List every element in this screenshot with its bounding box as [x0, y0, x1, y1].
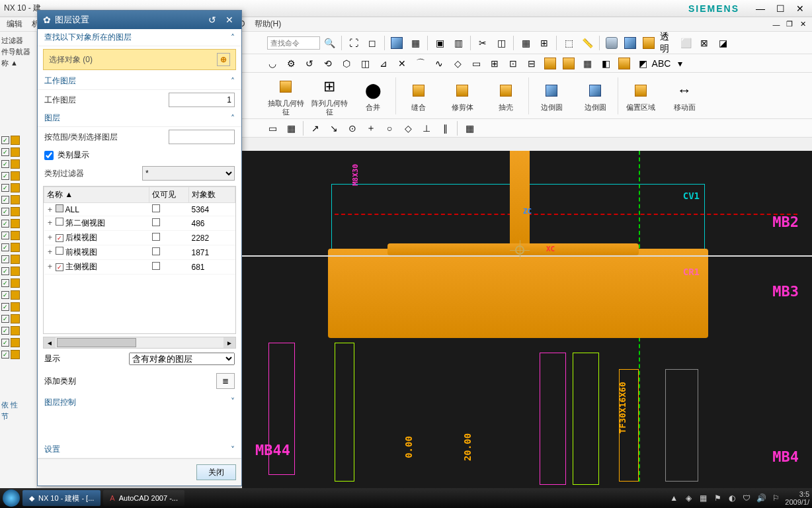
sk15-icon[interactable]: ⊟	[524, 56, 540, 71]
minimize-button[interactable]: —	[752, 3, 768, 15]
t1-icon[interactable]	[604, 35, 620, 51]
snap-icon[interactable]: ⊞	[536, 35, 552, 51]
section-layers[interactable]: 图层 ˄	[38, 110, 241, 127]
dialog-reset-button[interactable]: ↺	[206, 13, 219, 26]
cad-viewport[interactable]: CV1 CR1 MB2 MB3 MB4 MB44 XC ZC 0.00 20.0…	[242, 151, 812, 488]
start-button[interactable]	[3, 489, 20, 507]
sk23-icon[interactable]: ▾	[672, 56, 688, 71]
row-checkbox[interactable]	[56, 263, 63, 271]
section-find[interactable]: 查找以下对象所在的图层 ˄	[38, 29, 241, 46]
tree-item[interactable]: ✓	[1, 170, 35, 182]
tray-icon[interactable]: ▦	[698, 493, 708, 503]
shade-icon[interactable]: ▦	[407, 35, 423, 51]
sk20-icon[interactable]	[616, 56, 632, 71]
search-input[interactable]	[267, 36, 320, 50]
tree-item[interactable]: ✓	[1, 182, 35, 194]
sk5-icon[interactable]: ⬡	[339, 56, 354, 71]
category-filter-select[interactable]: *	[142, 166, 235, 181]
sk2-icon[interactable]: ⚙	[283, 56, 299, 71]
sk3-icon[interactable]: ↺	[302, 56, 317, 71]
sk17-icon[interactable]	[561, 56, 577, 71]
tree-item[interactable]: ✓	[1, 206, 35, 218]
tree-item[interactable]: ✓	[1, 134, 35, 146]
table-row[interactable]: + 后模视图2282	[44, 231, 235, 245]
visible-checkbox[interactable]	[152, 218, 160, 226]
sk11-icon[interactable]: ◇	[450, 56, 466, 71]
target-icon[interactable]: ⊕	[217, 53, 230, 66]
select-object-field[interactable]: 选择对象 (0) ⊕	[43, 49, 236, 70]
table-hscrollbar[interactable]: ◄ ►	[43, 337, 236, 349]
sk10-icon[interactable]: ∿	[431, 56, 447, 71]
t5-icon[interactable]: ⬜	[678, 35, 694, 51]
row-checkbox[interactable]	[56, 218, 63, 226]
layer2-icon[interactable]: ▥	[450, 35, 466, 51]
col-count[interactable]: 对象数	[189, 187, 235, 203]
tray-icon[interactable]: ▲	[669, 493, 679, 503]
layer-icon[interactable]: ▣	[432, 35, 448, 51]
tray-icon[interactable]: ◐	[727, 493, 737, 503]
tree-item[interactable]: ✓	[1, 158, 35, 170]
grid-icon[interactable]: ▦	[518, 35, 534, 51]
sk19-icon[interactable]: ◧	[598, 56, 614, 71]
rib-blend1[interactable]: 边倒圆	[530, 74, 573, 118]
t2-icon[interactable]	[622, 35, 638, 51]
expander-icon[interactable]: +	[47, 247, 54, 257]
section-settings[interactable]: 设置 ˅	[38, 441, 241, 458]
sel8-icon[interactable]: ◇	[400, 120, 416, 136]
rib-unite[interactable]: ⬤合并	[352, 74, 394, 118]
tree-item[interactable]: ✓	[1, 241, 35, 253]
layer-control-link[interactable]: 图层控制 ˅	[38, 393, 241, 412]
dialog-titlebar[interactable]: ✿ 图层设置 ↺ ✕	[38, 11, 241, 29]
tree-item[interactable]: ✓	[1, 277, 35, 289]
search-icon[interactable]: 🔍	[321, 35, 337, 51]
sel2-icon[interactable]: ▦	[283, 120, 299, 136]
expander-icon[interactable]: +	[47, 205, 54, 214]
tree-item[interactable]: ✓	[1, 194, 35, 206]
sk6-icon[interactable]: ◫	[357, 56, 373, 71]
rib-offset[interactable]: 偏置区域	[620, 74, 662, 118]
row-checkbox[interactable]	[56, 247, 63, 255]
rib-moveface[interactable]: ↔移动面	[663, 74, 706, 118]
sk14-icon[interactable]: ⊡	[505, 56, 521, 71]
t4-icon[interactable]: 透明	[659, 35, 675, 51]
scroll-thumb[interactable]	[57, 338, 136, 347]
zoom-icon[interactable]: ◻	[364, 35, 380, 51]
rib-sew[interactable]: 缝合	[397, 74, 440, 118]
tree-item[interactable]: ✓	[1, 146, 35, 158]
sel10-icon[interactable]: ∥	[437, 120, 453, 136]
menu-edit[interactable]: 编辑	[4, 17, 25, 31]
mdi-restore-button[interactable]: ❐	[784, 20, 795, 29]
table-row[interactable]: + ALL5364	[44, 203, 235, 216]
task-nx[interactable]: ◆NX 10 - 建模 - [...	[22, 490, 101, 506]
sel11-icon[interactable]: ▦	[462, 120, 477, 136]
sk9-icon[interactable]: ⌒	[413, 56, 428, 71]
t3-icon[interactable]	[641, 35, 657, 51]
tree-item[interactable]: ✓	[1, 313, 35, 325]
sk18-icon[interactable]: ▦	[579, 56, 595, 71]
row-checkbox[interactable]	[56, 234, 63, 242]
range-input[interactable]	[169, 130, 235, 144]
dialog-close-x-button[interactable]: ✕	[223, 13, 236, 26]
expander-icon[interactable]: +	[47, 218, 54, 228]
sel6-icon[interactable]: ＋	[363, 120, 379, 136]
tray-icon[interactable]: ⚑	[712, 493, 723, 503]
section-icon[interactable]: ◫	[493, 35, 509, 51]
tree-item[interactable]: ✓	[1, 218, 35, 230]
add-category-button[interactable]: ≣	[216, 373, 235, 389]
close-button[interactable]: 关闭	[196, 464, 236, 480]
display-select[interactable]: 含有对象的图层	[129, 353, 235, 365]
rib-pattern[interactable]: ⊞阵列几何特征	[308, 74, 350, 118]
sel1-icon[interactable]: ▭	[264, 120, 280, 136]
category-display-checkbox[interactable]	[44, 151, 54, 160]
work-layer-input[interactable]	[169, 93, 235, 107]
scroll-left-button[interactable]: ◄	[44, 337, 56, 348]
mdi-close-button[interactable]: ✕	[797, 20, 808, 29]
render-icon[interactable]	[389, 35, 405, 51]
sk4-icon[interactable]: ⟲	[320, 56, 336, 71]
visible-checkbox[interactable]	[152, 262, 160, 270]
sk16-icon[interactable]	[542, 56, 558, 71]
tray-icon[interactable]: ◈	[683, 493, 694, 503]
clock[interactable]: 3:5 2009/1/	[785, 490, 809, 506]
tree-item[interactable]: ✓	[1, 289, 35, 301]
expander-icon[interactable]: +	[47, 233, 54, 242]
